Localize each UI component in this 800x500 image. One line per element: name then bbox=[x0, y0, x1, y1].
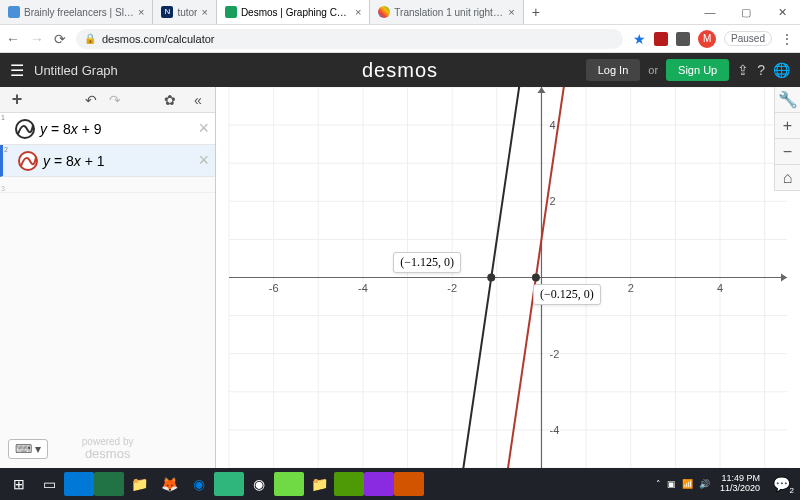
expression-index: 1 bbox=[0, 113, 10, 121]
tab-close-icon[interactable]: × bbox=[508, 6, 514, 18]
svg-point-41 bbox=[487, 274, 495, 282]
svg-text:-4: -4 bbox=[549, 424, 559, 436]
svg-text:4: 4 bbox=[717, 282, 723, 294]
svg-text:-4: -4 bbox=[358, 282, 368, 294]
svg-point-42 bbox=[532, 274, 540, 282]
collapse-sidebar-icon[interactable]: « bbox=[187, 92, 209, 108]
taskbar-app-icon[interactable] bbox=[274, 472, 304, 496]
svg-marker-28 bbox=[781, 274, 787, 282]
expression-formula[interactable]: y = 8x + 1 bbox=[43, 153, 192, 169]
delete-expression-icon[interactable]: × bbox=[192, 150, 215, 171]
tab-title: Brainly freelancers | Slack bbox=[24, 7, 134, 18]
menu-icon[interactable]: ☰ bbox=[10, 61, 24, 80]
tray-icon[interactable]: ▣ bbox=[667, 479, 676, 489]
powered-by-label: powered bydesmos bbox=[82, 437, 134, 460]
share-icon[interactable]: ⇪ bbox=[737, 62, 749, 78]
taskbar-clock[interactable]: 11:49 PM 11/3/2020 bbox=[716, 474, 764, 494]
point-label: (−1.125, 0) bbox=[393, 252, 461, 273]
svg-text:-2: -2 bbox=[549, 348, 559, 360]
zoom-in-button[interactable]: + bbox=[775, 113, 800, 139]
forward-button[interactable]: → bbox=[30, 31, 44, 47]
taskbar-app-icon[interactable] bbox=[214, 472, 244, 496]
taskbar-app-icon[interactable]: 📁 bbox=[304, 472, 334, 496]
svg-text:-2: -2 bbox=[447, 282, 457, 294]
redo-button[interactable]: ↷ bbox=[104, 92, 126, 108]
expression-row-active[interactable]: 2 y = 8x + 1 × bbox=[0, 145, 215, 177]
wrench-icon[interactable]: 🔧 bbox=[775, 87, 800, 113]
tab-close-icon[interactable]: × bbox=[355, 6, 361, 18]
taskbar-app-icon[interactable] bbox=[364, 472, 394, 496]
lock-icon: 🔒 bbox=[84, 33, 96, 44]
zoom-out-button[interactable]: − bbox=[775, 139, 800, 165]
tab-close-icon[interactable]: × bbox=[138, 6, 144, 18]
wifi-icon[interactable]: 📶 bbox=[682, 479, 693, 489]
taskbar-app-icon[interactable] bbox=[64, 472, 94, 496]
help-icon[interactable]: ? bbox=[757, 62, 765, 78]
new-tab-button[interactable]: + bbox=[524, 0, 548, 24]
browser-toolbar: ← → ⟳ 🔒 desmos.com/calculator ★ M Paused… bbox=[0, 25, 800, 53]
browser-menu-icon[interactable]: ⋮ bbox=[780, 31, 794, 47]
taskbar-app-icon[interactable] bbox=[334, 472, 364, 496]
browser-tab-active[interactable]: Desmos | Graphing Calculator × bbox=[217, 0, 370, 24]
expression-row[interactable]: 1 y = 8x + 9 × bbox=[0, 113, 215, 145]
browser-tab[interactable]: N tutor × bbox=[153, 0, 216, 24]
or-text: or bbox=[648, 64, 658, 76]
profile-avatar[interactable]: M bbox=[698, 30, 716, 48]
reload-button[interactable]: ⟳ bbox=[54, 31, 66, 47]
back-button[interactable]: ← bbox=[6, 31, 20, 47]
taskbar-app-icon[interactable]: ◉ bbox=[184, 472, 214, 496]
extension-icon[interactable] bbox=[654, 32, 668, 46]
browser-tab[interactable]: Brainly freelancers | Slack × bbox=[0, 0, 153, 24]
home-button[interactable]: ⌂ bbox=[775, 165, 800, 191]
settings-icon[interactable]: ✿ bbox=[159, 92, 181, 108]
expression-color-icon[interactable] bbox=[14, 118, 36, 140]
window-minimize-icon[interactable]: — bbox=[692, 0, 728, 24]
extension-icon[interactable] bbox=[676, 32, 690, 46]
tray-chevron-icon[interactable]: ˄ bbox=[656, 479, 661, 489]
svg-text:4: 4 bbox=[549, 119, 555, 131]
windows-taskbar: ⊞ ▭ 📁 🦊 ◉ ◉ 📁 ˄ ▣ 📶 🔊 11:49 PM 11/3/2020… bbox=[0, 468, 800, 500]
volume-icon[interactable]: 🔊 bbox=[699, 479, 710, 489]
browser-tab-strip: Brainly freelancers | Slack × N tutor × … bbox=[0, 0, 800, 25]
expression-color-icon[interactable] bbox=[17, 150, 39, 172]
main-area: + ↶ ↷ ✿ « 1 y = 8x + 9 × 2 y = 8x + 1 bbox=[0, 87, 800, 468]
expression-formula[interactable]: y = 8x + 9 bbox=[40, 121, 192, 137]
signup-button[interactable]: Sign Up bbox=[666, 59, 729, 81]
svg-text:-6: -6 bbox=[269, 282, 279, 294]
taskbar-app-icon[interactable]: 🦊 bbox=[154, 472, 184, 496]
notification-icon[interactable]: 💬2 bbox=[766, 472, 796, 496]
bookmark-star-icon[interactable]: ★ bbox=[633, 31, 646, 47]
graph-canvas[interactable]: -6-4-224-4-224 🔧 + − ⌂ (−1.125, 0) (−0.1… bbox=[216, 87, 800, 468]
language-icon[interactable]: 🌐 bbox=[773, 62, 790, 78]
start-button[interactable]: ⊞ bbox=[4, 472, 34, 496]
tab-title: Desmos | Graphing Calculator bbox=[241, 7, 351, 18]
address-bar[interactable]: 🔒 desmos.com/calculator bbox=[76, 29, 623, 49]
tab-close-icon[interactable]: × bbox=[201, 6, 207, 18]
delete-expression-icon[interactable]: × bbox=[192, 118, 215, 139]
profile-paused-label[interactable]: Paused bbox=[724, 31, 772, 46]
window-maximize-icon[interactable]: ▢ bbox=[728, 0, 764, 24]
expression-sidebar: + ↶ ↷ ✿ « 1 y = 8x + 9 × 2 y = 8x + 1 bbox=[0, 87, 216, 468]
taskbar-app-icon[interactable]: ◉ bbox=[244, 472, 274, 496]
tab-title: tutor bbox=[177, 7, 197, 18]
login-button[interactable]: Log In bbox=[586, 59, 641, 81]
window-close-icon[interactable]: ✕ bbox=[764, 0, 800, 24]
expression-toolbar: + ↶ ↷ ✿ « bbox=[0, 87, 215, 113]
taskbar-app-icon[interactable]: 📁 bbox=[124, 472, 154, 496]
taskbar-app-icon[interactable] bbox=[94, 472, 124, 496]
graph-tools: 🔧 + − ⌂ bbox=[774, 87, 800, 191]
svg-text:2: 2 bbox=[549, 195, 555, 207]
url-text: desmos.com/calculator bbox=[102, 33, 215, 45]
undo-button[interactable]: ↶ bbox=[80, 92, 102, 108]
svg-marker-29 bbox=[537, 87, 545, 93]
add-expression-button[interactable]: + bbox=[6, 89, 28, 110]
keyboard-button[interactable]: ⌨ ▾ bbox=[8, 439, 48, 459]
browser-tab[interactable]: Translation 1 unit right of a line × bbox=[370, 0, 523, 24]
graph-title[interactable]: Untitled Graph bbox=[34, 63, 118, 78]
system-tray[interactable]: ˄ ▣ 📶 🔊 bbox=[652, 479, 714, 489]
tab-title: Translation 1 unit right of a line bbox=[394, 7, 504, 18]
taskbar-app-icon[interactable] bbox=[394, 472, 424, 496]
task-view-icon[interactable]: ▭ bbox=[34, 472, 64, 496]
svg-text:2: 2 bbox=[628, 282, 634, 294]
graph-svg[interactable]: -6-4-224-4-224 bbox=[216, 87, 800, 468]
